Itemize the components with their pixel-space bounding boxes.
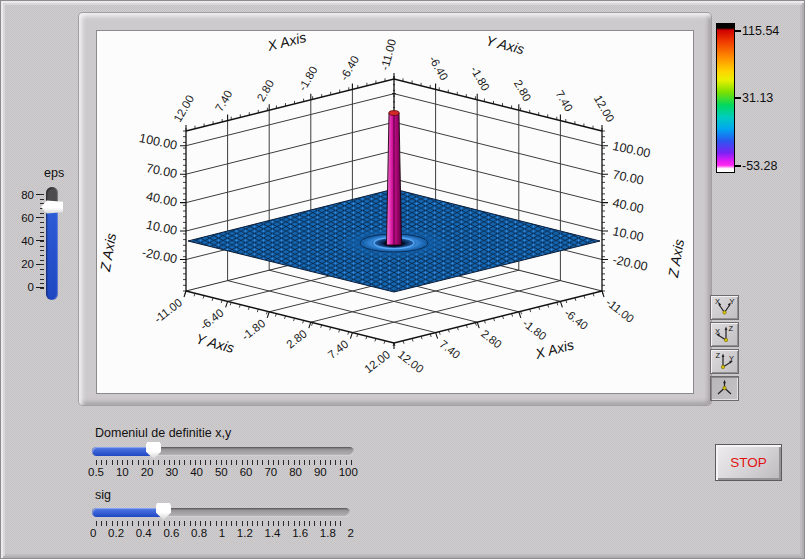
sig-slider-thumb[interactable] (156, 503, 171, 520)
color-scale-mid-label: 31.13 (742, 91, 773, 105)
svg-text:12.00: 12.00 (592, 93, 617, 124)
sig-scale-tick-label: 1.6 (292, 527, 308, 539)
domain-slider-track[interactable] (92, 447, 354, 456)
z-axis-left-tick-labels: 100.00 70.00 40.00 10.00 -20.00 (138, 131, 178, 266)
sig-slider-ticks (96, 521, 346, 526)
domain-scale-tick-label: 100 (339, 466, 358, 478)
svg-text:7.40: 7.40 (326, 338, 351, 361)
color-scale-max-row: 115.54 (735, 24, 779, 38)
xz-projection-icon: X Z (714, 325, 735, 344)
domain-scale-tick-label: 50 (215, 466, 228, 478)
svg-text:-11.00: -11.00 (604, 296, 636, 325)
sig-scale-tick-label: 2 (348, 527, 354, 539)
svg-text:40.00: 40.00 (611, 196, 645, 216)
eps-scale-80: 80 (21, 189, 34, 201)
domain-slider-thumb[interactable] (146, 442, 161, 459)
surface-spike (387, 111, 402, 245)
color-scale-mid-row: 31.13 (735, 91, 773, 105)
sig-slider-scale: 0 0.2 0.4 0.6 0.8 1 1.2 1.4 1.6 1.8 2 (90, 527, 354, 539)
sig-scale-tick-label: 0 (90, 527, 96, 539)
svg-text:Z: Z (715, 352, 720, 360)
eps-scale-40: 40 (21, 235, 34, 247)
svg-text:100.00: 100.00 (611, 139, 651, 161)
sig-scale-tick-label: 1.8 (320, 527, 336, 539)
svg-text:7.40: 7.40 (213, 88, 235, 113)
svg-text:-6.40: -6.40 (562, 307, 590, 333)
domain-scale-tick-label: 40 (190, 466, 203, 478)
view-xy-projection-button[interactable]: X Y (710, 295, 739, 320)
surface-plot-3d[interactable]: 12.00 7.40 2.80 -1.80 -6.40 -11.00 -6.40… (96, 30, 694, 394)
svg-text:-11.00: -11.00 (152, 296, 184, 325)
sig-scale-tick-label: 1.4 (265, 527, 281, 539)
view-xz-projection-button[interactable]: X Z (710, 322, 739, 347)
xy-projection-icon: X Y (714, 298, 735, 317)
eps-slider-thumb[interactable] (41, 200, 63, 214)
y-axis-top-title: Y Axis (484, 32, 526, 57)
labview-front-panel: 12.00 7.40 2.80 -1.80 -6.40 -11.00 -6.40… (0, 0, 805, 559)
svg-text:2.80: 2.80 (512, 78, 534, 103)
svg-text:2.80: 2.80 (255, 78, 277, 103)
domain-scale-tick-label: 60 (240, 466, 253, 478)
eps-slider-label: eps (44, 166, 64, 180)
y-axis-bottom-tick-labels: -11.00 -6.40 -1.80 2.80 7.40 12.00 (152, 296, 392, 375)
svg-text:12.00: 12.00 (396, 348, 426, 375)
x-axis-top-tick-labels: 12.00 7.40 2.80 -1.80 -6.40 -11.00 (171, 38, 398, 124)
sig-scale-tick-label: 1 (219, 527, 225, 539)
svg-text:-6.40: -6.40 (338, 54, 362, 83)
svg-text:100.00: 100.00 (138, 131, 178, 153)
view-3d-icon (714, 379, 735, 398)
svg-text:-6.40: -6.40 (198, 307, 226, 333)
eps-slider-scale: 80 60 40 20 0 (18, 188, 34, 288)
svg-text:7.40: 7.40 (553, 88, 575, 113)
domain-scale-tick-label: 30 (165, 466, 178, 478)
z-axis-right-title: Z Axis (665, 238, 688, 280)
domain-slider-ticks (96, 460, 352, 465)
svg-text:-11.00: -11.00 (378, 38, 398, 72)
svg-text:Z: Z (728, 325, 733, 333)
svg-text:10.00: 10.00 (145, 218, 179, 238)
color-scale-tick (735, 97, 741, 99)
x-axis-top-title: X Axis (265, 31, 308, 54)
domain-slider-scale: 0.5 10 20 30 40 50 60 70 80 90 100 (88, 466, 358, 478)
domain-scale-tick-label: 80 (289, 466, 302, 478)
view-zy-projection-button[interactable]: Z Y (710, 349, 739, 374)
eps-scale-60: 60 (21, 212, 34, 224)
svg-text:12.00: 12.00 (171, 93, 196, 124)
svg-text:-1.80: -1.80 (296, 64, 320, 93)
domain-scale-tick-label: 10 (116, 466, 129, 478)
color-scale-tick (735, 30, 741, 32)
svg-text:Y: Y (729, 354, 734, 363)
domain-scale-tick-label: 90 (314, 466, 327, 478)
surface-plot-canvas: 12.00 7.40 2.80 -1.80 -6.40 -11.00 -6.40… (97, 31, 693, 393)
zy-projection-icon: Z Y (714, 352, 735, 371)
sig-scale-tick-label: 0.2 (108, 527, 124, 539)
eps-scale-20: 20 (21, 258, 34, 270)
svg-text:X: X (715, 327, 720, 336)
view-3d-button[interactable] (710, 376, 739, 401)
svg-text:-1.80: -1.80 (521, 317, 549, 343)
svg-text:X: X (715, 298, 720, 306)
sig-slider-fill (92, 508, 163, 517)
svg-text:12.00: 12.00 (362, 348, 392, 375)
y-axis-bottom-title: Y Axis (194, 330, 236, 356)
z-axis-left-title: Z Axis (97, 232, 119, 274)
color-scale-min-row: -53.28 (735, 159, 777, 173)
svg-text:-20.00: -20.00 (141, 245, 179, 266)
stop-button[interactable]: STOP (715, 444, 782, 481)
sig-slider-label: sig (95, 488, 111, 502)
sig-scale-tick-label: 1.2 (237, 527, 253, 539)
sig-scale-tick-label: 0.4 (136, 527, 152, 539)
domain-scale-tick-label: 20 (141, 466, 154, 478)
color-scale-max-label: 115.54 (742, 24, 779, 38)
z-axis-right-tick-labels: 100.00 70.00 40.00 10.00 -20.00 (611, 139, 651, 274)
sig-scale-tick-label: 0.8 (191, 527, 207, 539)
domain-slider-fill (92, 447, 153, 456)
svg-text:70.00: 70.00 (611, 167, 645, 187)
svg-text:70.00: 70.00 (145, 161, 179, 181)
svg-text:-1.80: -1.80 (239, 317, 267, 343)
domain-slider-label: Domeniul de definitie x,y (95, 426, 231, 440)
svg-text:10.00: 10.00 (611, 224, 645, 244)
svg-text:7.40: 7.40 (437, 338, 462, 361)
svg-text:2.80: 2.80 (284, 327, 309, 350)
sig-slider-track[interactable] (92, 508, 350, 517)
